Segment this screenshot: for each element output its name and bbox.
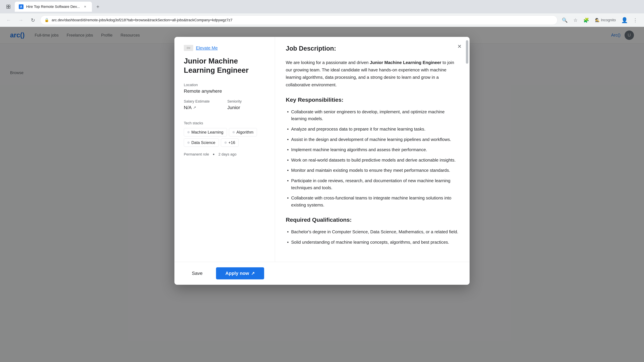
modal-footer: Save Apply now ↗	[174, 262, 470, 285]
job-description-intro: We are looking for a passionate and driv…	[286, 59, 459, 88]
modal-close-button[interactable]: ×	[455, 41, 464, 51]
tech-tag-ml[interactable]: Machine Learning	[184, 128, 227, 136]
svg-rect-3	[8, 7, 10, 8]
scrollbar-thumb[interactable]	[466, 40, 468, 64]
list-item: Analyze and preprocess data to prepare i…	[286, 126, 459, 133]
tech-label: Tech stacks	[184, 121, 266, 125]
posted-time: 2 days ago	[218, 152, 236, 157]
list-item: Implement machine learning algorithms an…	[286, 146, 459, 153]
scrollbar-track[interactable]	[466, 37, 468, 262]
intro-plain-text: We are looking for a passionate and driv…	[286, 60, 370, 65]
search-button[interactable]: 🔍	[560, 15, 570, 25]
incognito-label: Incognito	[601, 18, 616, 22]
toolbar-icons: 🔍 ☆ 🧩 🕵️ Incognito 👤 ⋮	[560, 15, 640, 25]
modal-left-panel: EM Elevate Me Junior Machine Learning En…	[174, 37, 275, 262]
tech-tag-dot	[187, 141, 190, 144]
incognito-badge: 🕵️ Incognito	[592, 18, 618, 22]
company-logo: EM	[184, 45, 193, 51]
salary-value-row: N/A ↗	[184, 105, 222, 110]
back-button[interactable]: ←	[4, 15, 14, 25]
list-item: Participate in code reviews, research, a…	[286, 177, 459, 191]
tab-close-button[interactable]: ×	[82, 4, 88, 9]
company-row: EM Elevate Me	[184, 45, 266, 51]
modal-overlay: × EM Elevate Me Junior Machine Learning …	[0, 27, 644, 362]
browser-chrome: A Hire Top Remote Software Dev... × + ← …	[0, 0, 644, 27]
lock-icon: 🔒	[44, 18, 49, 22]
profile-avatar-button[interactable]: 👤	[620, 15, 629, 25]
meta-separator	[213, 154, 214, 155]
modal-body: EM Elevate Me Junior Machine Learning En…	[174, 37, 470, 262]
apply-label: Apply now	[226, 271, 249, 276]
new-tab-button[interactable]: +	[93, 2, 103, 11]
incognito-icon: 🕵️	[595, 18, 600, 22]
info-grid: Salary Estimate N/A ↗ Seniority Junior	[184, 99, 266, 116]
tech-tag-dot	[224, 141, 227, 144]
list-item: Bachelor's degree in Computer Science, D…	[286, 228, 459, 236]
location-value: Remote anywhere	[184, 88, 266, 94]
address-bar[interactable]: 🔒 arc.dev/dashboard/d/remote-jobs/kdog3s…	[40, 15, 558, 25]
forward-button[interactable]: →	[16, 15, 26, 25]
apply-external-icon: ↗	[251, 271, 255, 276]
tab-title: Hire Top Remote Software Dev...	[26, 4, 80, 9]
tab-switcher-button[interactable]	[3, 2, 14, 11]
external-link-icon[interactable]: ↗	[193, 105, 196, 110]
role-type: Permanent role	[184, 152, 209, 157]
salary-label: Salary Estimate	[184, 99, 222, 104]
list-item: Monitor and maintain existing models to …	[286, 167, 459, 174]
job-modal: × EM Elevate Me Junior Machine Learning …	[174, 37, 470, 285]
tech-tag-label: Algorithm	[236, 130, 254, 135]
list-item: Work on real-world datasets to build pre…	[286, 157, 459, 164]
svg-rect-0	[7, 5, 8, 6]
active-tab[interactable]: A Hire Top Remote Software Dev... ×	[15, 2, 92, 12]
job-description-title: Job Description:	[286, 45, 459, 52]
company-name-link[interactable]: Elevate Me	[196, 45, 218, 51]
save-button[interactable]: Save	[184, 267, 211, 279]
tech-tag-more-label: +16	[228, 140, 235, 145]
tab-bar: A Hire Top Remote Software Dev... × +	[0, 0, 644, 13]
list-item: Collaborate with cross-functional teams …	[286, 195, 459, 209]
seniority-value: Junior	[228, 105, 266, 110]
address-bar-row: ← → ↻ 🔒 arc.dev/dashboard/d/remote-jobs/…	[0, 13, 644, 27]
tech-tag-algorithm[interactable]: Algorithm	[229, 128, 257, 136]
seniority-label: Seniority	[228, 99, 266, 104]
tech-tag-data-science[interactable]: Data Science	[184, 138, 219, 147]
extensions-button[interactable]: 🧩	[582, 15, 591, 25]
list-item: Assist in the design and development of …	[286, 136, 459, 143]
reload-button[interactable]: ↻	[28, 15, 38, 25]
salary-section: Salary Estimate N/A ↗	[184, 99, 222, 116]
svg-rect-1	[8, 5, 10, 6]
tech-tags-container: Machine Learning Algorithm Data Science …	[184, 128, 266, 147]
qualifications-title: Required Qualifications:	[286, 217, 459, 223]
intro-bold-text: Junior Machine Learning Engineer	[370, 60, 441, 65]
responsibilities-list: Collaborate with senior engineers to dev…	[286, 108, 459, 209]
location-label: Location	[184, 83, 266, 87]
meta-row: Permanent role 2 days ago	[184, 152, 266, 157]
tech-tag-label: Data Science	[191, 140, 215, 145]
tech-tag-dot	[187, 131, 190, 133]
bookmark-button[interactable]: ☆	[571, 15, 580, 25]
qualifications-list: Bachelor's degree in Computer Science, D…	[286, 228, 459, 246]
tech-tag-label: Machine Learning	[191, 130, 224, 135]
responsibilities-title: Key Responsibilities:	[286, 96, 459, 103]
tab-favicon: A	[19, 4, 24, 9]
tech-tag-dot	[232, 131, 235, 133]
svg-rect-2	[7, 7, 8, 8]
tech-tag-more[interactable]: +16	[221, 138, 239, 147]
seniority-section: Seniority Junior	[228, 99, 266, 116]
list-item: Collaborate with senior engineers to dev…	[286, 108, 459, 122]
salary-value-text: N/A	[184, 105, 192, 110]
menu-button[interactable]: ⋮	[630, 15, 640, 25]
job-title: Junior Machine Learning Engineer	[184, 56, 266, 75]
list-item: Solid understanding of machine learning …	[286, 239, 459, 246]
url-text: arc.dev/dashboard/d/remote-jobs/kdog3sf2…	[52, 18, 553, 22]
modal-right-panel: Job Description: We are looking for a pa…	[275, 37, 470, 262]
apply-now-button[interactable]: Apply now ↗	[216, 267, 264, 279]
